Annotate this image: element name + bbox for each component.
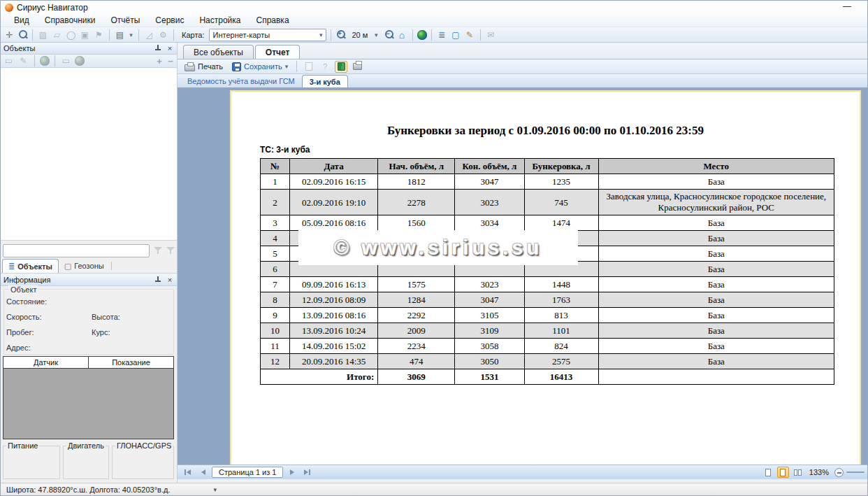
edit-icon[interactable]: ✎: [464, 29, 476, 41]
menu-item-view[interactable]: Вид: [6, 14, 37, 27]
collapse-all-icon[interactable]: −: [166, 56, 175, 66]
zoom-slider[interactable]: [846, 472, 865, 473]
pan-icon[interactable]: ✛: [3, 29, 15, 41]
toolbar-separator: [32, 29, 33, 41]
measure-icon[interactable]: ◿: [143, 29, 155, 41]
tab-geozones[interactable]: ▢ Геозоны: [59, 259, 110, 273]
single-page-view-icon[interactable]: [762, 467, 774, 478]
flag-icon[interactable]: ⚑: [93, 29, 105, 41]
sensor-table-header: Датчик Показание: [3, 357, 173, 369]
search-input[interactable]: [3, 244, 150, 257]
menu-item-help[interactable]: Справка: [248, 14, 296, 27]
first-page-button[interactable]: [181, 467, 194, 478]
report-tab-gsm-sheet[interactable]: Ведомость учёта выдачи ГСМ: [180, 75, 302, 87]
objects-panel-title: Объекты: [3, 44, 35, 52]
table-row: 709.09.2016 16:13157530231448База: [261, 277, 834, 292]
table-cell: 05.09.2016 08:16: [289, 215, 377, 231]
zoom-step-select[interactable]: 20 м ▾: [348, 29, 382, 41]
vehicle-icon[interactable]: ▭: [60, 55, 72, 66]
search-row: [1, 242, 177, 259]
zoom-select-icon[interactable]: [17, 29, 28, 40]
table-cell: База: [598, 339, 834, 354]
title-bar: Сириус Навигатор —: [1, 1, 867, 14]
table-cell: 12: [261, 354, 290, 369]
table-cell: База: [598, 262, 834, 277]
home-icon[interactable]: ⌂: [396, 29, 408, 41]
square-select-icon[interactable]: ▣: [79, 29, 91, 41]
tab-report[interactable]: Отчет: [255, 45, 301, 59]
chevron-down-icon[interactable]: ▾: [213, 486, 217, 493]
report-tab-3-kuba[interactable]: 3-и куба: [302, 75, 348, 87]
table-cell: 1101: [524, 323, 598, 339]
mail-icon[interactable]: ✉: [485, 29, 497, 41]
map-select[interactable]: Интернет-карты ▾: [209, 29, 326, 41]
table-cell: 1448: [524, 277, 598, 292]
column-header: Бункеровка, л: [524, 159, 598, 174]
pin-icon[interactable]: [154, 276, 161, 283]
tab-all-objects[interactable]: Все объекты: [183, 45, 254, 59]
multi-page-view-icon[interactable]: [792, 467, 804, 478]
minimize-button[interactable]: —: [839, 2, 855, 12]
chevron-down-icon[interactable]: ▾: [128, 29, 134, 41]
tab-objects[interactable]: ≣ Объекты: [2, 259, 59, 273]
table-row: 812.09.2016 08:09128430471763База: [261, 292, 834, 308]
next-page-button[interactable]: [285, 467, 298, 478]
save-icon: [232, 62, 241, 71]
table-cell: 1763: [524, 292, 598, 308]
close-icon[interactable]: ×: [166, 44, 174, 52]
menu-item-directories[interactable]: Справочники: [37, 14, 103, 27]
report-viewer[interactable]: Бункеровки за период с 01.09.2016 00:00 …: [178, 87, 867, 465]
map-globe-icon[interactable]: [40, 56, 50, 66]
geozone-icon[interactable]: ▢: [450, 29, 462, 41]
book-view-icon[interactable]: [335, 61, 347, 73]
help-icon[interactable]: ?: [319, 61, 331, 73]
menu-item-reports[interactable]: Отчёты: [103, 14, 147, 27]
export-icon[interactable]: [303, 61, 315, 73]
table-cell: 3023: [455, 190, 524, 215]
zoom-in-icon[interactable]: +: [335, 29, 346, 40]
object-group-label: Объект: [8, 285, 38, 294]
page-setup-icon[interactable]: [351, 61, 363, 73]
circle-select-icon[interactable]: ◯: [65, 29, 77, 41]
tab-divider: [111, 262, 112, 270]
print-button[interactable]: Печать: [182, 62, 226, 72]
add-group-icon[interactable]: ▭: [3, 55, 15, 66]
geozone-icon: ▢: [64, 262, 71, 271]
menu-item-settings[interactable]: Настройка: [191, 14, 248, 27]
table-cell: 1575: [378, 277, 455, 292]
zoom-out-icon[interactable]: −: [384, 29, 394, 40]
filter-icon[interactable]: [154, 246, 162, 255]
table-cell: 3047: [455, 292, 524, 308]
reading-column-header: Показание: [89, 357, 173, 368]
table-cell: 3034: [455, 215, 524, 231]
gear-icon[interactable]: ⚙: [157, 29, 169, 41]
objects-list[interactable]: [1, 68, 177, 241]
toolbar-separator: [480, 29, 481, 41]
main-area: Все объекты Отчет Печать Сохранить ▾: [178, 43, 867, 484]
page-navigation-bar: Страница 1 из 1 133%: [178, 465, 867, 479]
fit-width-view-icon[interactable]: [777, 467, 789, 478]
zoom-step-value: 20 м: [352, 31, 368, 39]
filter-clear-icon[interactable]: [166, 246, 175, 255]
objects-toolbar: ▭ ✎ ▭ + −: [1, 55, 177, 68]
list-icon[interactable]: ≣: [436, 29, 448, 41]
save-button[interactable]: Сохранить ▾: [229, 62, 291, 72]
table-cell: 474: [378, 354, 455, 369]
zoom-out-button[interactable]: [834, 468, 844, 477]
previous-page-button[interactable]: [196, 467, 210, 478]
menu-item-service[interactable]: Сервис: [147, 14, 191, 27]
rect-select-icon[interactable]: ▧: [37, 29, 49, 41]
globe-icon[interactable]: [417, 30, 427, 40]
table-row: 1114.09.2016 15:0222343058824База: [261, 339, 834, 354]
totals-row: Итого: 3069 1531 16413: [261, 369, 834, 385]
close-icon[interactable]: ×: [166, 276, 174, 284]
edit-object-icon[interactable]: ✎: [17, 55, 29, 66]
polygon-select-icon[interactable]: ▱: [51, 29, 63, 41]
globe-icon[interactable]: [75, 56, 85, 66]
expand-all-icon[interactable]: +: [155, 56, 164, 66]
layers-icon[interactable]: ▤: [114, 29, 126, 41]
pin-icon[interactable]: [154, 45, 161, 52]
last-page-button[interactable]: [301, 467, 314, 478]
table-cell: 12.09.2016 08:09: [289, 292, 377, 308]
glonass-gps-group-label: ГЛОНАСС/GPS: [115, 441, 173, 450]
